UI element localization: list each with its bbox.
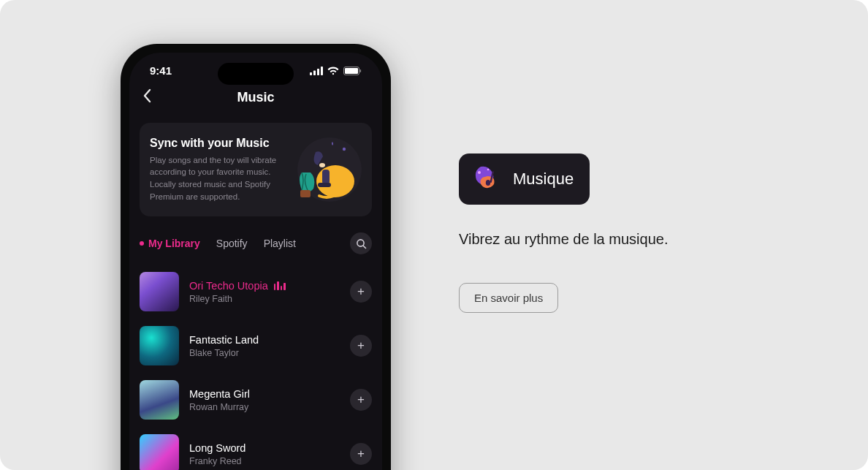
svg-point-9 (316, 165, 354, 197)
track-title: Ori Techo Utopia (189, 280, 340, 292)
album-art (140, 326, 179, 365)
add-button[interactable]: + (350, 389, 372, 411)
battery-icon (343, 67, 362, 75)
tab-label: Spotify (216, 238, 248, 249)
search-icon (356, 238, 367, 249)
add-button[interactable]: + (350, 443, 372, 465)
track-title: Fantastic Land (189, 334, 340, 346)
tab-active-dot (140, 241, 144, 246)
music-icon (469, 162, 503, 196)
nav-bar: Music (129, 81, 382, 111)
track-artist: Blake Taylor (189, 348, 340, 358)
tab-playlist[interactable]: Playlist (264, 238, 296, 249)
status-icons (310, 67, 362, 75)
wifi-icon (327, 67, 339, 75)
sync-card[interactable]: Sync with your Music Play songs and the … (140, 123, 372, 216)
track-row[interactable]: Fantastic Land Blake Taylor + (140, 319, 372, 373)
sync-illustration (292, 134, 362, 205)
feature-tagline: Vibrez au rythme de la musique. (459, 231, 810, 248)
track-list: Ori Techo Utopia Riley Faith + Fantastic… (129, 260, 382, 470)
sync-title: Sync with your Music (150, 137, 284, 150)
svg-point-16 (478, 171, 481, 174)
svg-rect-5 (345, 68, 358, 74)
album-art (140, 380, 179, 420)
dynamic-island (218, 63, 294, 85)
album-art (140, 434, 179, 470)
search-button[interactable] (350, 232, 372, 254)
track-row[interactable]: Ori Techo Utopia Riley Faith + (140, 265, 372, 319)
track-artist: Riley Faith (189, 294, 340, 304)
svg-rect-11 (322, 170, 330, 184)
feature-chip: Musique (459, 153, 590, 205)
track-title: Megenta Girl (189, 388, 340, 400)
library-tabs: My Library Spotify Playlist (129, 224, 382, 260)
track-row[interactable]: Megenta Girl Rowan Murray + (140, 373, 372, 427)
playing-icon (274, 281, 286, 290)
svg-rect-2 (317, 69, 319, 75)
page-title: Music (237, 90, 274, 105)
tab-label: Playlist (264, 238, 296, 249)
sync-desc: Play songs and the toy will vibrate acco… (150, 154, 284, 203)
album-art (140, 272, 179, 311)
svg-rect-1 (313, 70, 316, 75)
svg-rect-12 (318, 183, 331, 187)
learn-more-button[interactable]: En savoir plus (459, 283, 558, 313)
track-artist: Franky Reed (189, 456, 340, 466)
svg-point-8 (343, 148, 346, 151)
add-button[interactable]: + (350, 335, 372, 357)
svg-rect-6 (360, 69, 362, 72)
tab-my-library[interactable]: My Library (140, 238, 200, 249)
track-artist: Rowan Murray (189, 402, 340, 412)
track-row[interactable]: Long Sword Franky Reed + (140, 427, 372, 470)
feature-label: Musique (513, 170, 574, 189)
tab-spotify[interactable]: Spotify (216, 238, 248, 249)
svg-line-15 (363, 246, 365, 248)
phone-mock: 9:41 Music Sync with your Music (121, 44, 391, 470)
svg-point-18 (486, 180, 490, 186)
feature-copy: Musique Vibrez au rythme de la musique. … (459, 153, 810, 313)
tab-label: My Library (148, 238, 200, 249)
back-button[interactable] (142, 88, 151, 107)
svg-point-10 (319, 163, 325, 167)
track-title: Long Sword (189, 442, 340, 454)
add-button[interactable]: + (350, 281, 372, 303)
feature-card: 9:41 Music Sync with your Music (0, 0, 868, 470)
status-time: 9:41 (150, 64, 172, 77)
svg-rect-3 (321, 67, 323, 75)
signal-icon (310, 67, 323, 75)
svg-rect-0 (310, 72, 312, 75)
svg-rect-13 (300, 190, 311, 197)
svg-point-17 (487, 169, 490, 171)
